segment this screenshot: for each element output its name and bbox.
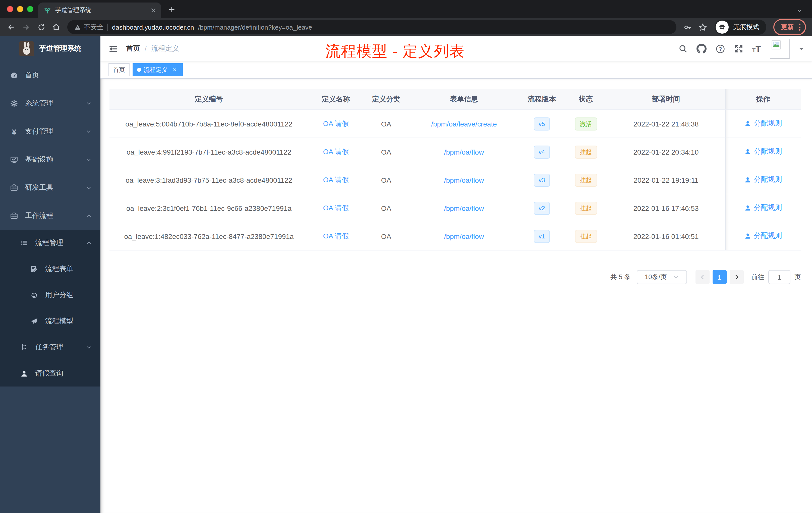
form-link[interactable]: /bpm/oa/flow — [444, 204, 484, 212]
sidebar-item-process-management[interactable]: 流程管理 — [0, 230, 100, 256]
tab-title: 芋道管理系统 — [55, 6, 145, 14]
form-link[interactable]: /bpm/oa/leave/create — [431, 120, 497, 128]
definition-name-link[interactable]: OA 请假 — [323, 119, 349, 127]
form-link[interactable]: /bpm/oa/flow — [444, 148, 484, 156]
address-bar[interactable]: 不安全 dashboard.yudao.iocoder.cn /bpm/mana… — [67, 20, 676, 34]
sidebar-item-leave-query[interactable]: 请假查询 — [0, 360, 100, 387]
sidebar-item-user-group[interactable]: 用户分组 — [0, 282, 100, 308]
assign-rule-button[interactable]: 分配规则 — [745, 119, 782, 128]
sidebar-item-task-management[interactable]: 任务管理 — [0, 334, 100, 360]
assign-rule-label: 分配规则 — [754, 232, 782, 240]
tab-search-chevron-icon[interactable] — [796, 7, 803, 14]
breadcrumb-home[interactable]: 首页 — [126, 44, 140, 53]
page-jump-input[interactable] — [768, 270, 790, 284]
assign-rule-button[interactable]: 分配规则 — [745, 175, 782, 184]
deploy-time: 2022-01-16 01:40:51 — [607, 222, 725, 250]
tab-close-icon[interactable] — [149, 6, 157, 14]
security-label: 不安全 — [84, 23, 104, 32]
browser-toolbar: 不安全 dashboard.yudao.iocoder.cn /bpm/mana… — [0, 18, 812, 36]
sidebar-menu: 首页 系统管理 ¥ 支付管理 — [0, 61, 100, 387]
sidebar-item-system[interactable]: 系统管理 — [0, 89, 100, 117]
sidebar-item-home[interactable]: 首页 — [0, 61, 100, 89]
assign-rule-button[interactable]: 分配规则 — [745, 203, 782, 212]
table-row: oa_leave:2:3c1f0ef1-76b1-11ec-9c66-a2380… — [110, 194, 801, 222]
avatar[interactable] — [770, 39, 790, 59]
update-button[interactable]: 更新 — [773, 19, 806, 35]
sidebar-item-devtools[interactable]: 研发工具 — [0, 174, 100, 202]
sidebar-item-label: 系统管理 — [25, 99, 53, 108]
col-definition-name: 定义名称 — [308, 89, 364, 110]
briefcase-icon — [10, 212, 18, 220]
definition-category: OA — [364, 222, 409, 250]
avatar-caret-icon[interactable] — [799, 48, 804, 53]
home-button[interactable] — [49, 20, 63, 34]
sidebar-item-workflow[interactable]: 工作流程 — [0, 202, 100, 230]
definition-table: 定义编号 定义名称 定义分类 表单信息 流程版本 状态 部署时间 操作 oa_l… — [110, 89, 801, 250]
fullscreen-icon[interactable] — [734, 44, 743, 53]
definition-name-link[interactable]: OA 请假 — [323, 175, 349, 183]
new-tab-button[interactable] — [165, 3, 178, 16]
definition-id: oa_leave:3:1fad3d93-7b75-11ec-a3c8-acde4… — [110, 166, 308, 194]
face-icon — [30, 291, 38, 299]
app-logo-row[interactable]: 芋道管理系统 — [0, 36, 100, 61]
table-row: oa_leave:4:991f2193-7b7f-11ec-a3c8-acde4… — [110, 138, 801, 166]
document-edit-icon — [30, 265, 38, 273]
reload-button[interactable] — [34, 20, 48, 34]
form-link[interactable]: /bpm/oa/flow — [444, 176, 484, 184]
form-link[interactable]: /bpm/oa/flow — [444, 232, 484, 240]
tags-view-bar: 首页 流程定义 × — [100, 61, 812, 79]
security-indicator[interactable]: 不安全 — [74, 23, 104, 32]
page-content: 定义编号 定义名称 定义分类 表单信息 流程版本 状态 部署时间 操作 oa_l… — [100, 79, 812, 284]
user-icon — [20, 369, 28, 378]
sidebar-item-label: 工作流程 — [25, 211, 53, 220]
page-size-select[interactable]: 10条/页 — [637, 270, 687, 284]
person-icon — [745, 233, 752, 239]
help-icon[interactable]: ? — [716, 44, 725, 54]
minimize-window-button[interactable] — [17, 6, 23, 12]
sidebar-item-label: 任务管理 — [35, 343, 63, 352]
col-definition-category: 定义分类 — [364, 89, 409, 110]
font-size-icon[interactable]: TT — [752, 44, 761, 53]
browser-tabstrip: 芋道管理系统 — [0, 0, 812, 18]
version-badge: v3 — [533, 174, 550, 186]
sidebar-item-process-form[interactable]: 流程表单 — [0, 256, 100, 282]
definition-name-link[interactable]: OA 请假 — [323, 232, 349, 240]
back-button[interactable] — [4, 20, 18, 34]
next-page-button[interactable] — [730, 270, 744, 284]
prev-page-button[interactable] — [696, 270, 709, 284]
url-divider — [108, 24, 108, 31]
bookmark-star-icon[interactable] — [696, 20, 709, 34]
assign-rule-label: 分配规则 — [754, 203, 782, 212]
assign-rule-button[interactable]: 分配规则 — [745, 147, 782, 156]
browser-tab[interactable]: 芋道管理系统 — [38, 2, 161, 18]
tag-process-definition[interactable]: 流程定义 × — [133, 63, 183, 76]
col-form-info: 表单信息 — [409, 89, 519, 110]
password-key-icon[interactable] — [680, 20, 695, 34]
definition-name-link[interactable]: OA 请假 — [323, 204, 349, 212]
forward-button[interactable] — [19, 20, 33, 34]
tag-home[interactable]: 首页 — [109, 63, 129, 76]
github-icon[interactable] — [696, 44, 706, 54]
status-badge: 挂起 — [575, 202, 597, 215]
chevron-down-icon — [86, 344, 92, 350]
sidebar-item-payment[interactable]: ¥ 支付管理 — [0, 117, 100, 146]
assign-rule-label: 分配规则 — [754, 175, 782, 184]
chevron-right-icon — [734, 274, 740, 280]
tag-close-icon[interactable]: × — [171, 66, 178, 73]
browser-menu-icon[interactable] — [799, 24, 801, 31]
paper-plane-icon — [30, 317, 38, 325]
search-icon[interactable] — [678, 44, 688, 53]
assign-rule-button[interactable]: 分配规则 — [745, 232, 782, 240]
sidebar-item-infra[interactable]: 基础设施 — [0, 146, 100, 174]
sidebar-item-label: 支付管理 — [25, 127, 53, 136]
sidebar-item-process-model[interactable]: 流程模型 — [0, 308, 100, 334]
url-path: /bpm/manager/definition?key=oa_leave — [198, 23, 669, 31]
close-window-button[interactable] — [7, 6, 13, 12]
sidebar: 芋道管理系统 首页 — [0, 36, 100, 513]
app-title: 芋道管理系统 — [39, 44, 81, 53]
maximize-window-button[interactable] — [27, 6, 33, 12]
definition-name-link[interactable]: OA 请假 — [323, 147, 349, 155]
incognito-badge: 无痕模式 — [715, 20, 766, 35]
page-number-current[interactable]: 1 — [713, 270, 727, 284]
sidebar-fold-icon[interactable] — [109, 44, 118, 54]
